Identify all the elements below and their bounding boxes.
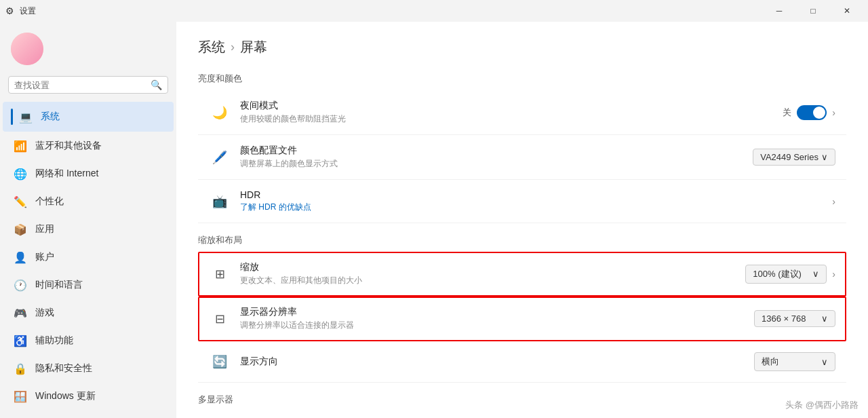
sidebar-item-windows_update[interactable]: 🪟Windows 更新 (3, 383, 174, 410)
display_orientation-dropdown[interactable]: 横向∨ (754, 352, 835, 371)
display_orientation-control[interactable]: 横向∨ (754, 352, 835, 371)
sidebar-item-label-gaming: 游戏 (35, 307, 54, 319)
multi-display-section-title: 多显示器 (198, 394, 846, 406)
night_mode-toggle[interactable] (797, 105, 827, 120)
brightness-section-title: 亮度和颜色 (198, 73, 846, 85)
search-input[interactable] (14, 80, 146, 90)
setting-row-display_resolution[interactable]: ⊟显示器分辨率调整分辨率以适合连接的显示器1366 × 768∨ (198, 297, 846, 341)
search-icon: 🔍 (151, 79, 162, 90)
breadcrumb-separator: › (231, 40, 235, 54)
breadcrumb-current: 屏幕 (240, 38, 267, 56)
sidebar-item-network[interactable]: 🌐网络和 Internet (3, 160, 174, 187)
sidebar-item-label-personalization: 个性化 (35, 195, 64, 208)
titlebar-left: ⚙ 设置 (5, 5, 36, 17)
hdr-info: HDR了解 HDR 的优缺点 (240, 189, 832, 213)
sidebar-item-apps[interactable]: 📦应用 (3, 216, 174, 243)
scale-dropdown[interactable]: 100% (建议)∨ (745, 265, 827, 284)
display_orientation-icon: 🔄 (209, 351, 231, 373)
display_orientation-dropdown-chevron: ∨ (821, 357, 828, 367)
setting-row-display_orientation[interactable]: 🔄显示方向横向∨ (198, 341, 846, 383)
sidebar-item-accounts[interactable]: 👤账户 (3, 244, 174, 271)
color_profile-dropdown-chevron: ∨ (821, 152, 828, 162)
sidebar-item-label-system: 系统 (41, 111, 60, 123)
night_mode-icon: 🌙 (209, 102, 231, 124)
titlebar-controls: ─ □ ✕ (764, 0, 863, 22)
sidebar-item-label-accessibility: 辅助功能 (35, 335, 73, 347)
accounts-icon: 👤 (14, 250, 27, 264)
sidebar-item-privacy[interactable]: 🔒隐私和安全性 (3, 355, 174, 382)
sidebar-item-label-privacy: 隐私和安全性 (35, 362, 92, 375)
settings-icon: ⚙ (5, 5, 14, 16)
brightness-section: 亮度和颜色 🌙夜间模式使用较暖的颜色帮助阻挡蓝光关›🖊️颜色配置文件调整屏幕上的… (198, 73, 846, 223)
accessibility-icon: ♿ (14, 334, 27, 347)
sidebar-item-label-windows_update: Windows 更新 (35, 390, 96, 402)
display_orientation-info: 显示方向 (240, 356, 754, 368)
scale-desc: 更改文本、应用和其他项目的大小 (240, 275, 745, 286)
content-area: 系统 › 屏幕 亮度和颜色 🌙夜间模式使用较暖的颜色帮助阻挡蓝光关›🖊️颜色配置… (176, 22, 868, 418)
setting-row-hdr[interactable]: 📺HDR了解 HDR 的优缺点› (198, 180, 846, 223)
hdr-control[interactable]: › (832, 196, 835, 207)
display_orientation-name: 显示方向 (240, 356, 754, 368)
bluetooth-icon: 📶 (14, 139, 27, 153)
scale-info: 缩放更改文本、应用和其他项目的大小 (240, 261, 745, 286)
scale-icon: ⊞ (209, 263, 231, 285)
scale-section-title: 缩放和布局 (198, 234, 846, 246)
display_resolution-control[interactable]: 1366 × 768∨ (754, 310, 835, 327)
sidebar-item-label-time: 时间和语言 (35, 279, 83, 291)
setting-row-color_profile[interactable]: 🖊️颜色配置文件调整屏幕上的颜色显示方式VA2449 Series∨ (198, 135, 846, 180)
night_mode-chevron-right: › (832, 107, 835, 118)
breadcrumb: 系统 › 屏幕 (198, 38, 846, 56)
multi-display-section: 多显示器 (198, 394, 846, 406)
brightness-settings-list: 🌙夜间模式使用较暖的颜色帮助阻挡蓝光关›🖊️颜色配置文件调整屏幕上的颜色显示方式… (198, 90, 846, 223)
time-icon: 🕐 (14, 278, 27, 292)
scale-control[interactable]: 100% (建议)∨› (745, 265, 835, 284)
scale-dropdown-chevron: ∨ (812, 269, 819, 279)
setting-row-scale[interactable]: ⊞缩放更改文本、应用和其他项目的大小100% (建议)∨› (198, 252, 846, 297)
user-profile[interactable] (0, 27, 176, 71)
titlebar: ⚙ 设置 ─ □ ✕ (0, 0, 868, 22)
display_resolution-info: 显示器分辨率调整分辨率以适合连接的显示器 (240, 306, 754, 331)
hdr-name: HDR (240, 189, 832, 200)
scale-section: 缩放和布局 ⊞缩放更改文本、应用和其他项目的大小100% (建议)∨›⊟显示器分… (198, 234, 846, 383)
sidebar-item-label-bluetooth: 蓝牙和其他设备 (35, 140, 102, 152)
sidebar-item-bluetooth[interactable]: 📶蓝牙和其他设备 (3, 132, 174, 159)
night_mode-control[interactable]: 关› (783, 105, 835, 120)
scale-settings-list: ⊞缩放更改文本、应用和其他项目的大小100% (建议)∨›⊟显示器分辨率调整分辨… (198, 252, 846, 383)
scale-chevron-right: › (832, 269, 835, 280)
color_profile-icon: 🖊️ (209, 147, 231, 168)
scale-dropdown-value: 100% (建议) (753, 268, 802, 280)
breadcrumb-parent: 系统 (198, 38, 225, 56)
main-layout: 🔍 💻系统📶蓝牙和其他设备🌐网络和 Internet✏️个性化📦应用👤账户🕐时间… (0, 22, 868, 418)
sidebar-item-label-accounts: 账户 (35, 251, 54, 263)
sidebar-item-gaming[interactable]: 🎮游戏 (3, 299, 174, 326)
display_resolution-dropdown-value: 1366 × 768 (762, 314, 806, 324)
avatar (11, 33, 43, 65)
system-icon: 💻 (19, 110, 33, 124)
maximize-button[interactable]: □ (797, 0, 829, 22)
search-box[interactable]: 🔍 (8, 76, 168, 94)
privacy-icon: 🔒 (14, 362, 27, 375)
night_mode-toggle-thumb (813, 107, 825, 119)
setting-row-night_mode[interactable]: 🌙夜间模式使用较暖的颜色帮助阻挡蓝光关› (198, 90, 846, 135)
minimize-button[interactable]: ─ (764, 0, 795, 22)
active-indicator (11, 109, 13, 125)
color_profile-dropdown[interactable]: VA2449 Series∨ (753, 149, 835, 166)
color_profile-control[interactable]: VA2449 Series∨ (753, 149, 835, 166)
hdr-icon: 📺 (209, 191, 231, 212)
color_profile-dropdown-value: VA2449 Series (760, 152, 818, 162)
sidebar-item-personalization[interactable]: ✏️个性化 (3, 188, 174, 215)
display_resolution-dropdown[interactable]: 1366 × 768∨ (754, 310, 835, 327)
sidebar-item-label-network: 网络和 Internet (35, 168, 98, 180)
sidebar-item-time[interactable]: 🕐时间和语言 (3, 271, 174, 299)
color_profile-desc: 调整屏幕上的颜色显示方式 (240, 158, 753, 170)
sidebar-item-system[interactable]: 💻系统 (3, 102, 174, 132)
windows_update-icon: 🪟 (14, 390, 27, 403)
personalization-icon: ✏️ (14, 195, 27, 208)
color_profile-info: 颜色配置文件调整屏幕上的颜色显示方式 (240, 145, 753, 170)
close-button[interactable]: ✕ (831, 0, 863, 22)
network-icon: 🌐 (14, 167, 27, 180)
night_mode-desc: 使用较暖的颜色帮助阻挡蓝光 (240, 113, 783, 125)
display_orientation-dropdown-value: 横向 (762, 356, 779, 368)
sidebar: 🔍 💻系统📶蓝牙和其他设备🌐网络和 Internet✏️个性化📦应用👤账户🕐时间… (0, 22, 176, 418)
sidebar-item-accessibility[interactable]: ♿辅助功能 (3, 327, 174, 354)
